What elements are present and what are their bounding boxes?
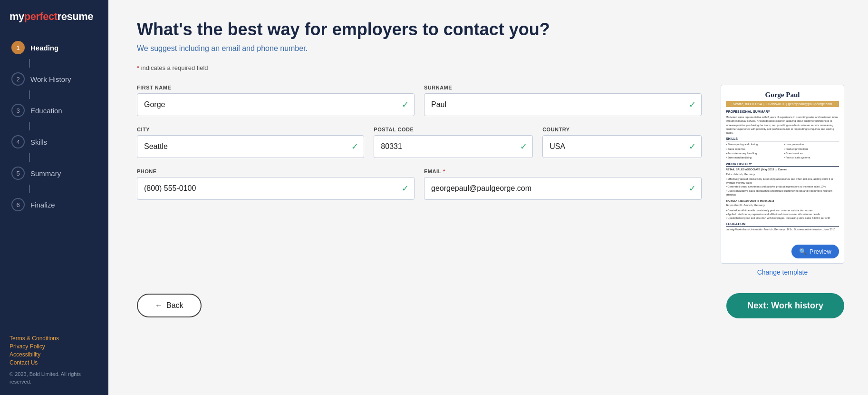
- page-title: What's the best way for employers to con…: [137, 19, 844, 40]
- logo-my: my: [10, 10, 24, 22]
- form-group-first-name: FIRST NAME ✓: [137, 85, 415, 116]
- postal-check-icon: ✓: [520, 141, 527, 152]
- nav-connector-2: [29, 90, 30, 99]
- preview-button[interactable]: 🔍 Preview: [791, 245, 839, 258]
- step-label-education: Education: [30, 107, 62, 115]
- resume-preview-card: Gorge Paul Seattle, 80331 USA | 800-555-…: [721, 85, 844, 264]
- page-subtitle: We suggest including an email and phone …: [137, 44, 844, 53]
- postal-input-wrap: ✓: [374, 135, 533, 158]
- resume-contact-bar: Seattle, 80331 USA | 800-555-0100 | geor…: [726, 101, 839, 107]
- sidebar-item-work-history[interactable]: 2 Work History: [11, 68, 108, 90]
- sidebar-item-skills[interactable]: 4 Skills: [11, 130, 108, 153]
- phone-input[interactable]: [137, 177, 415, 200]
- nav-connector-4: [29, 153, 30, 162]
- step-circle-6: 6: [11, 198, 25, 211]
- logo[interactable]: myperfectresume: [0, 0, 108, 36]
- contact-link[interactable]: Contact Us: [10, 359, 99, 366]
- form-row-name: FIRST NAME ✓ SURNAME ✓: [137, 85, 702, 116]
- form-nav: ← Back Next: Work history: [137, 293, 844, 318]
- form-area: FIRST NAME ✓ SURNAME ✓ CITY: [137, 85, 844, 276]
- preview-button-label: Preview: [810, 248, 831, 255]
- first-name-input[interactable]: [137, 93, 415, 116]
- email-required-star: *: [443, 168, 445, 174]
- form-row-contact: PHONE ✓ EMAIL * ✓: [137, 168, 702, 200]
- postal-input[interactable]: [374, 135, 533, 158]
- sidebar-item-heading[interactable]: 1 Heading: [11, 36, 108, 59]
- logo-resume: resume: [58, 10, 93, 22]
- resume-job2-bullets: • Created an all-time with consistently …: [726, 208, 839, 220]
- phone-input-wrap: ✓: [137, 177, 415, 200]
- step-circle-3: 3: [11, 104, 25, 117]
- sidebar-item-finalize[interactable]: 6 Finalize: [11, 193, 108, 216]
- resume-skills-title: SKILLS: [726, 137, 839, 141]
- step-label-skills: Skills: [30, 138, 47, 146]
- resume-job1-company: Extra - Munich, Germany: [726, 172, 839, 176]
- postal-label: POSTAL CODE: [374, 127, 533, 132]
- country-label: COUNTRY: [542, 127, 702, 132]
- city-input[interactable]: [137, 135, 364, 158]
- required-star: *: [137, 64, 139, 71]
- first-name-label: FIRST NAME: [137, 85, 415, 90]
- email-input[interactable]: [424, 177, 702, 200]
- resume-skills-col-left: • Store opening and closing • Sales expe…: [726, 142, 781, 160]
- country-input-wrap: ✓: [542, 135, 702, 158]
- city-input-wrap: ✓: [137, 135, 364, 158]
- city-check-icon: ✓: [351, 141, 358, 152]
- surname-check-icon: ✓: [689, 99, 696, 110]
- step-circle-4: 4: [11, 135, 25, 148]
- form-row-location: CITY ✓ POSTAL CODE ✓ COUNTRY: [137, 127, 702, 158]
- back-button[interactable]: ← Back: [137, 294, 202, 317]
- nav-connector-5: [29, 185, 30, 193]
- step-circle-5: 5: [11, 167, 25, 180]
- skill-7: • Guest services: [784, 151, 839, 155]
- form-group-email: EMAIL * ✓: [424, 168, 702, 200]
- resume-job1-title: RETAIL SALES ASSOCIATE | May 2013 to Cur…: [726, 168, 839, 171]
- next-button[interactable]: Next: Work history: [726, 293, 844, 318]
- accessibility-link[interactable]: Accessibility: [10, 351, 99, 358]
- email-input-wrap: ✓: [424, 177, 702, 200]
- form-group-surname: SURNAME ✓: [424, 85, 702, 116]
- step-label-summary: Summary: [30, 169, 61, 178]
- resume-professional-summary-text: Motivated sales representative with 8 ye…: [726, 115, 839, 135]
- form-fields: FIRST NAME ✓ SURNAME ✓ CITY: [137, 85, 702, 276]
- privacy-link[interactable]: Privacy Policy: [10, 343, 99, 350]
- resume-skills-cols: • Store opening and closing • Sales expe…: [726, 142, 839, 160]
- surname-label: SURNAME: [424, 85, 702, 90]
- copyright: © 2023, Bold Limited. All rights reserve…: [10, 371, 99, 385]
- change-template-link[interactable]: Change template: [757, 268, 808, 276]
- nav-items: 1 Heading 2 Work History 3 Education 4 S…: [0, 36, 108, 326]
- form-group-city: CITY ✓: [137, 127, 364, 158]
- terms-link[interactable]: Terms & Conditions: [10, 335, 99, 342]
- resume-job2-title: BARISTA | January 2010 to March 2013: [726, 199, 839, 203]
- resume-education-title: EDUCATION: [726, 222, 839, 227]
- required-note: * indicates a required field: [137, 64, 844, 71]
- logo-perfect: perfect: [24, 10, 58, 22]
- back-arrow-icon: ←: [155, 301, 163, 310]
- sidebar-item-summary[interactable]: 5 Summary: [11, 162, 108, 185]
- preview-right: Gorge Paul Seattle, 80331 USA | 800-555-…: [721, 85, 844, 276]
- skill-2: • Sales expertise: [726, 147, 781, 151]
- phone-label: PHONE: [137, 168, 415, 174]
- step-label-finalize: Finalize: [30, 201, 55, 209]
- step-label-work-history: Work History: [30, 75, 71, 83]
- surname-input-wrap: ✓: [424, 93, 702, 116]
- country-check-icon: ✓: [689, 141, 696, 152]
- email-label: EMAIL *: [424, 168, 702, 174]
- sidebar: myperfectresume 1 Heading 2 Work History…: [0, 0, 108, 395]
- step-label-heading: Heading: [30, 44, 58, 52]
- step-circle-2: 2: [11, 72, 25, 86]
- step-circle-1: 1: [11, 41, 25, 54]
- sidebar-item-education[interactable]: 3 Education: [11, 99, 108, 122]
- sidebar-footer: Terms & Conditions Privacy Policy Access…: [0, 326, 108, 395]
- first-name-input-wrap: ✓: [137, 93, 415, 116]
- resume-education-text: Ludwig-Maximilians-Universität - Munich,…: [726, 227, 839, 231]
- resume-skills-col-right: • Loss prevention • Product promotions •…: [784, 142, 839, 160]
- skill-5: • Loss prevention: [784, 142, 839, 146]
- back-button-label: Back: [166, 301, 183, 310]
- nav-connector-3: [29, 122, 30, 130]
- skill-3: • Accurate money handling: [726, 151, 781, 155]
- surname-input[interactable]: [424, 93, 702, 116]
- country-input[interactable]: [542, 135, 702, 158]
- nav-connector-1: [29, 59, 30, 68]
- preview-btn-row: 🔍 Preview: [721, 240, 844, 263]
